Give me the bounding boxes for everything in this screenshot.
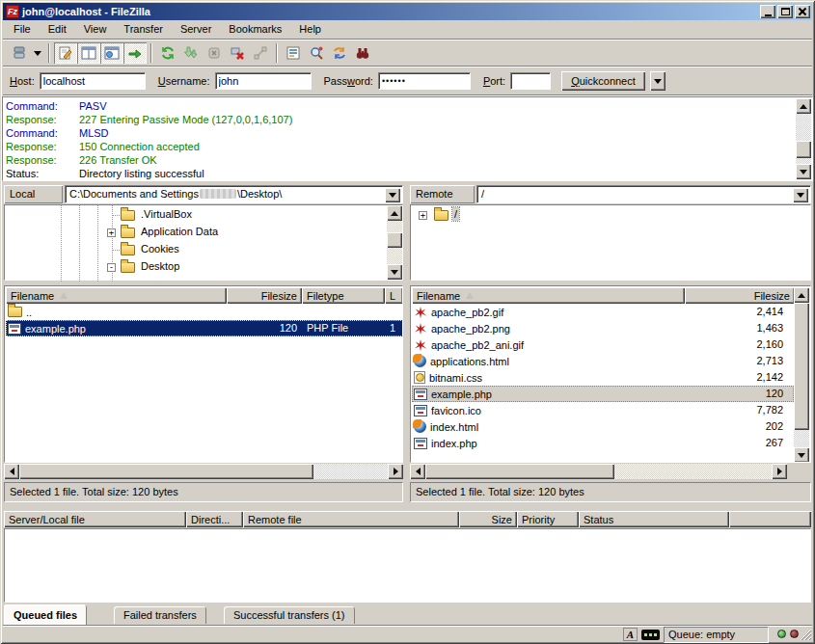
menu-server[interactable]: Server — [172, 20, 220, 39]
remote-tree-toggle-button[interactable] — [100, 42, 123, 64]
process-queue-button[interactable] — [179, 42, 203, 64]
minimize-button[interactable] — [760, 5, 775, 18]
menu-edit[interactable]: Edit — [40, 20, 75, 39]
scroll-right-button[interactable] — [388, 464, 403, 479]
local-column-last-modified[interactable]: L — [385, 287, 403, 304]
file-row[interactable]: apache_pb2.png 1,463 — [412, 320, 794, 336]
queue-column-priority[interactable]: Priority — [517, 511, 579, 527]
cancel-operation-button[interactable] — [203, 42, 226, 64]
minimize-icon — [765, 14, 772, 16]
queue-header: Server/Local file Directi... Remote file… — [4, 511, 811, 528]
apache-image-icon — [414, 322, 427, 335]
file-row[interactable]: index.php 267 — [412, 435, 794, 451]
file-row[interactable]: favicon.ico 7,782 — [412, 402, 794, 418]
menu-file[interactable]: File — [5, 20, 40, 39]
maximize-button[interactable] — [777, 5, 793, 18]
file-type: PHP File — [307, 320, 348, 336]
resize-grip[interactable] — [799, 628, 812, 641]
username-input[interactable] — [215, 72, 312, 90]
scroll-thumb[interactable] — [387, 232, 402, 248]
queue-column-status[interactable]: Status — [579, 511, 729, 527]
scroll-thumb[interactable] — [796, 141, 811, 158]
remote-status-text: Selected 1 file. Total size: 120 bytes — [410, 482, 811, 502]
queue-column-server-local-file[interactable]: Server/Local file — [4, 511, 186, 527]
remote-column-filesize[interactable]: Filesize — [685, 287, 795, 304]
php-file-icon — [8, 323, 21, 335]
scroll-left-button[interactable] — [410, 464, 425, 479]
queue-column-size[interactable]: Size — [459, 511, 517, 527]
quickconnect-dropdown-button[interactable] — [650, 71, 666, 91]
local-tree-toggle-button[interactable] — [77, 42, 100, 64]
scroll-right-button[interactable] — [772, 464, 787, 479]
file-row-selected[interactable]: example.php 120 — [412, 386, 794, 402]
host-input[interactable] — [40, 72, 146, 90]
local-column-filetype[interactable]: Filetype — [302, 287, 385, 304]
disconnect-button[interactable] — [226, 42, 249, 64]
directory-listing-filters-button[interactable] — [282, 42, 305, 64]
username-label: Username: — [158, 75, 210, 87]
directory-comparison-button[interactable] — [305, 42, 328, 64]
local-column-filename[interactable]: Filename — [6, 287, 227, 304]
quickconnect-button[interactable]: Quickconnect — [561, 71, 645, 91]
file-row[interactable]: apache_pb2_ani.gif 2,160 — [412, 336, 794, 353]
remote-site-dropdown-button[interactable] — [793, 188, 808, 202]
port-input[interactable] — [510, 72, 551, 90]
tree-item-cookies[interactable]: Cookies — [139, 242, 181, 255]
scroll-thumb[interactable] — [425, 464, 614, 479]
menu-help[interactable]: Help — [290, 20, 330, 39]
file-name: bitnami.css — [429, 372, 482, 384]
synchronized-browsing-button[interactable] — [328, 42, 351, 64]
php-file-icon — [414, 438, 427, 449]
queue-column-remote-file[interactable]: Remote file — [243, 511, 459, 527]
tree-expander[interactable]: - — [107, 263, 116, 272]
scroll-thumb[interactable] — [19, 464, 313, 479]
tab-failed-transfers[interactable]: Failed transfers — [114, 606, 206, 624]
tree-item-desktop[interactable]: Desktop — [139, 259, 181, 273]
tree-item-application-data[interactable]: Application Data — [139, 225, 220, 238]
scroll-down-button[interactable] — [796, 164, 811, 179]
local-tree-scrollbar — [387, 205, 402, 280]
close-button[interactable] — [795, 5, 810, 18]
reconnect-button[interactable] — [249, 42, 272, 64]
speed-limit-icon[interactable] — [641, 630, 660, 640]
apache-image-icon — [414, 306, 427, 319]
file-row[interactable]: index.html 202 — [412, 418, 794, 435]
message-log-toggle-button[interactable] — [54, 42, 77, 64]
scroll-down-button[interactable] — [794, 447, 809, 463]
local-site-combo[interactable]: C:\Documents and Settings\Desktop\ — [65, 185, 403, 203]
file-row-example-php[interactable]: example.php 120 PHP File 1 — [6, 320, 403, 336]
scroll-left-button[interactable] — [4, 464, 19, 479]
disconnect-icon — [230, 45, 245, 61]
file-row[interactable]: applications.html 2,713 — [412, 353, 794, 369]
scroll-thumb[interactable] — [794, 303, 809, 430]
scroll-up-button[interactable] — [796, 98, 811, 114]
tree-item-root[interactable]: / — [452, 207, 459, 221]
find-files-button[interactable] — [351, 42, 374, 64]
arrow-down-icon — [798, 453, 805, 458]
queue-column-direction[interactable]: Directi... — [186, 511, 243, 527]
tree-expander[interactable]: + — [419, 211, 427, 220]
tab-successful-transfers[interactable]: Successful transfers (1) — [224, 606, 355, 624]
tree-expander[interactable]: + — [107, 228, 116, 237]
scroll-up-button[interactable] — [387, 205, 402, 221]
password-input[interactable] — [378, 72, 471, 90]
scroll-up-button[interactable] — [794, 287, 809, 303]
file-row[interactable]: bitnami.css 2,142 — [412, 369, 794, 386]
menu-bookmarks[interactable]: Bookmarks — [220, 20, 290, 39]
menu-view[interactable]: View — [75, 20, 116, 39]
file-row[interactable]: apache_pb2.gif 2,414 — [412, 304, 794, 320]
ascii-data-type-icon[interactable]: A — [623, 628, 638, 641]
local-site-dropdown-button[interactable] — [385, 188, 400, 202]
menu-transfer[interactable]: Transfer — [115, 20, 172, 39]
file-row-parent-dir[interactable]: .. — [6, 304, 402, 320]
queue-toggle-button[interactable] — [123, 42, 147, 64]
refresh-button[interactable] — [156, 42, 179, 64]
site-manager-dropdown-button[interactable] — [31, 42, 44, 64]
tree-item-virtualbox[interactable]: .VirtualBox — [139, 207, 194, 221]
remote-column-filename[interactable]: Filename — [412, 287, 685, 304]
remote-site-combo[interactable]: / — [476, 185, 811, 203]
tab-queued-files[interactable]: Queued files — [4, 604, 87, 625]
scroll-down-button[interactable] — [387, 264, 402, 280]
site-manager-button[interactable] — [8, 42, 31, 64]
local-column-filesize[interactable]: Filesize — [227, 287, 302, 304]
